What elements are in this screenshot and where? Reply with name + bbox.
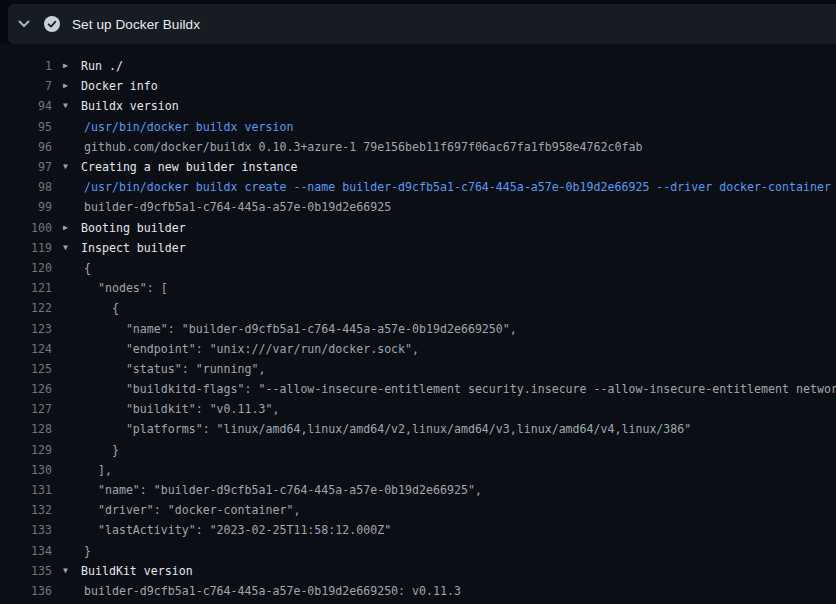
caret-down-icon: ▼ [62,561,81,581]
line-number[interactable]: 126 [0,382,52,396]
line-number[interactable]: 127 [0,402,52,416]
log-line-row: 133 "lastActivity": "2023-02-25T11:58:12… [0,520,836,540]
log-group-row[interactable]: 97▼Creating a new builder instance [0,157,836,177]
caret-right-icon: ▶ [62,76,81,96]
log-line-row: 96github.com/docker/buildx 0.10.3+azure-… [0,137,836,157]
output-text: "buildkitd-flags": "--allow-insecure-ent… [52,382,836,396]
log-line-row: 134} [0,541,836,561]
output-text: "buildkit": "v0.11.3", [52,402,279,416]
log-line-row: 99builder-d9cfb5a1-c764-445a-a57e-0b19d2… [0,197,836,217]
line-number[interactable]: 125 [0,362,52,376]
group-title: Inspect builder [81,241,186,255]
group-title: Buildx version [81,99,179,113]
group-title: BuildKit version [81,564,193,578]
log-group-row[interactable]: 119▼Inspect builder [0,238,836,258]
group-title: Run ./ [81,59,123,73]
line-number[interactable]: 97 [0,160,52,174]
group-title: Creating a new builder instance [81,160,297,174]
output-text: { [52,261,91,275]
caret-down-icon: ▼ [62,238,81,258]
output-text: "driver": "docker-container", [52,503,300,517]
log-line-row: 124 "endpoint": "unix:///var/run/docker.… [0,339,836,359]
output-text: "lastActivity": "2023-02-25T11:58:12.000… [52,523,391,537]
output-text: "nodes": [ [52,281,168,295]
log-group-row[interactable]: 1▶Run ./ [0,56,836,76]
log-line-row: 130 ], [0,460,836,480]
log-group-row[interactable]: 135▼BuildKit version [0,561,836,581]
caret-right-icon: ▶ [62,56,81,76]
log-line-row: 98/usr/bin/docker buildx create --name b… [0,177,836,197]
line-number[interactable]: 7 [0,79,52,93]
line-number[interactable]: 122 [0,301,52,315]
log-line-row: 120{ [0,258,836,278]
log-line-row: 122 { [0,298,836,318]
check-circle-icon [44,16,60,32]
output-text: "name": "builder-d9cfb5a1-c764-445a-a57e… [52,483,482,497]
output-text: "platforms": "linux/amd64,linux/amd64/v2… [52,422,691,436]
log-group-row[interactable]: 100▶Booting builder [0,218,836,238]
output-text: "endpoint": "unix:///var/run/docker.sock… [52,342,419,356]
command-text: /usr/bin/docker buildx create --name bui… [52,180,831,194]
caret-down-icon: ▼ [62,96,81,116]
log-line-row: 128 "platforms": "linux/amd64,linux/amd6… [0,419,836,439]
group-title: Docker info [81,79,158,93]
output-text: { [52,301,119,315]
log-line-row: 136builder-d9cfb5a1-c764-445a-a57e-0b19d… [0,581,836,601]
output-text: } [52,544,91,558]
output-text: "name": "builder-d9cfb5a1-c764-445a-a57e… [52,322,517,336]
line-number[interactable]: 129 [0,443,52,457]
line-number[interactable]: 124 [0,342,52,356]
step-header[interactable]: Set up Docker Buildx [8,4,836,44]
output-text: } [52,443,119,457]
output-text: builder-d9cfb5a1-c764-445a-a57e-0b19d2e6… [52,584,461,598]
log-rows: 1▶Run ./7▶Docker info94▼Buildx version95… [0,56,836,601]
output-text: builder-d9cfb5a1-c764-445a-a57e-0b19d2e6… [52,200,391,214]
log-line-row: 129 } [0,440,836,460]
log-line-row: 127 "buildkit": "v0.11.3", [0,399,836,419]
log-panel: 1▶Run ./7▶Docker info94▼Buildx version95… [0,44,836,604]
line-number[interactable]: 132 [0,503,52,517]
log-line-row: 126 "buildkitd-flags": "--allow-insecure… [0,379,836,399]
log-line-row: 95/usr/bin/docker buildx version [0,117,836,137]
output-text: github.com/docker/buildx 0.10.3+azure-1 … [52,140,642,154]
chevron-down-icon [16,16,32,32]
line-number[interactable]: 134 [0,544,52,558]
line-number[interactable]: 128 [0,422,52,436]
line-number[interactable]: 123 [0,322,52,336]
caret-down-icon: ▼ [62,157,81,177]
line-number[interactable]: 135 [0,564,52,578]
line-number[interactable]: 95 [0,120,52,134]
line-number[interactable]: 136 [0,584,52,598]
line-number[interactable]: 121 [0,281,52,295]
log-group-row[interactable]: 94▼Buildx version [0,96,836,116]
line-number[interactable]: 120 [0,261,52,275]
log-line-row: 125 "status": "running", [0,359,836,379]
log-line-row: 121 "nodes": [ [0,278,836,298]
line-number[interactable]: 98 [0,180,52,194]
line-number[interactable]: 99 [0,200,52,214]
command-text: /usr/bin/docker buildx version [52,120,293,134]
output-text: ], [52,463,112,477]
caret-right-icon: ▶ [62,218,81,238]
line-number[interactable]: 94 [0,99,52,113]
line-number[interactable]: 133 [0,523,52,537]
log-group-row[interactable]: 7▶Docker info [0,76,836,96]
log-line-row: 123 "name": "builder-d9cfb5a1-c764-445a-… [0,318,836,338]
line-number[interactable]: 131 [0,483,52,497]
log-line-row: 132 "driver": "docker-container", [0,500,836,520]
line-number[interactable]: 130 [0,463,52,477]
group-title: Booting builder [81,221,186,235]
step-title: Set up Docker Buildx [72,17,200,32]
line-number[interactable]: 1 [0,59,52,73]
output-text: "status": "running", [52,362,265,376]
log-line-row: 131 "name": "builder-d9cfb5a1-c764-445a-… [0,480,836,500]
line-number[interactable]: 96 [0,140,52,154]
line-number[interactable]: 119 [0,241,52,255]
line-number[interactable]: 100 [0,221,52,235]
